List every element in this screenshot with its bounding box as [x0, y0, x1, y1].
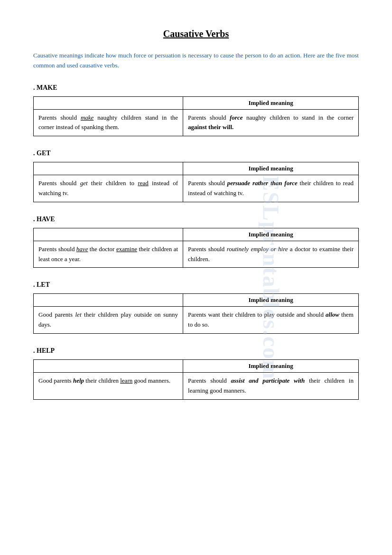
- table-make-header-right: Implied meaning: [183, 96, 359, 109]
- table-let-header-left: [34, 294, 183, 307]
- section-title-let: . LET: [33, 281, 359, 289]
- intro-text: Causative meanings indicate how much for…: [33, 51, 359, 71]
- table-help: Implied meaningGood parents help their c…: [33, 359, 359, 400]
- table-have-header-left: [34, 228, 183, 241]
- table-make-header-left: [34, 96, 183, 109]
- table-have-header-right: Implied meaning: [183, 228, 359, 241]
- section-let: . LETImplied meaningGood parents let the…: [33, 281, 359, 334]
- table-get-header-right: Implied meaning: [183, 162, 359, 175]
- table-make: Implied meaningParents should make naugh…: [33, 96, 359, 137]
- table-get: Implied meaningParents should get their …: [33, 162, 359, 202]
- table-have-cell-left: Parents should have the doctor examine t…: [34, 241, 183, 268]
- section-help: . HELPImplied meaningGood parents help t…: [33, 347, 359, 400]
- table-let-cell-left: Good parents let their children play out…: [34, 307, 183, 334]
- table-make-cell-left: Parents should make naughty children sta…: [34, 109, 183, 136]
- section-title-make: . MAKE: [33, 84, 359, 92]
- page-title: Causative Verbs: [33, 28, 359, 39]
- table-let: Implied meaningGood parents let their ch…: [33, 293, 359, 334]
- table-help-header-right: Implied meaning: [183, 359, 359, 372]
- table-get-header-left: [34, 162, 183, 175]
- table-make-cell-right: Parents should force naughty children to…: [183, 109, 359, 136]
- table-let-header-right: Implied meaning: [183, 294, 359, 307]
- section-have: . HAVEImplied meaningParents should have…: [33, 216, 359, 268]
- table-let-cell-right: Parents want their children to play outs…: [183, 307, 359, 334]
- table-have: Implied meaningParents should have the d…: [33, 228, 359, 268]
- table-help-cell-left: Good parents help their children learn g…: [34, 372, 183, 399]
- sections-container: . MAKEImplied meaningParents should make…: [33, 84, 359, 400]
- table-help-header-left: [34, 359, 183, 372]
- table-get-cell-right: Parents should persuade rather than forc…: [183, 175, 359, 202]
- section-get: . GETImplied meaningParents should get t…: [33, 150, 359, 202]
- section-title-have: . HAVE: [33, 216, 359, 223]
- section-make: . MAKEImplied meaningParents should make…: [33, 84, 359, 137]
- section-title-help: . HELP: [33, 347, 359, 355]
- section-title-get: . GET: [33, 150, 359, 157]
- table-get-cell-left: Parents should get their children to rea…: [34, 175, 183, 202]
- table-have-cell-right: Parents should routinely employ or hire …: [183, 241, 359, 268]
- table-help-cell-right: Parents should assist and participate wi…: [183, 372, 359, 399]
